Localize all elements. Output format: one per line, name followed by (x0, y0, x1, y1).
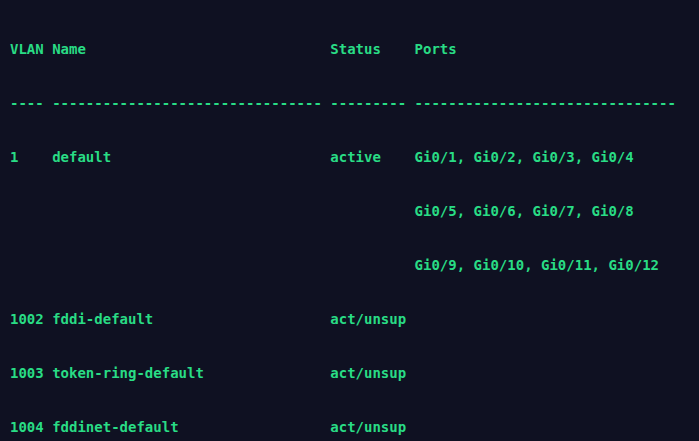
vlan-table-separator-line: ---- -------------------------------- --… (10, 94, 699, 112)
vlan-row-1003-line: 1003 token-ring-default act/unsup (10, 364, 699, 382)
vlan-table-header-line: VLAN Name Status Ports (10, 40, 699, 58)
vlan-row-1002-line: 1002 fddi-default act/unsup (10, 310, 699, 328)
vlan-row-1004-line: 1004 fddinet-default act/unsup (10, 418, 699, 436)
vlan-row-1-ports-wrap-line-2: Gi0/9, Gi0/10, Gi0/11, Gi0/12 (10, 256, 699, 274)
vlan-row-1-line: 1 default active Gi0/1, Gi0/2, Gi0/3, Gi… (10, 148, 699, 166)
vlan-row-1-ports-wrap-line: Gi0/5, Gi0/6, Gi0/7, Gi0/8 (10, 202, 699, 220)
terminal-screen[interactable]: VLAN Name Status Ports ---- ------------… (0, 0, 699, 441)
